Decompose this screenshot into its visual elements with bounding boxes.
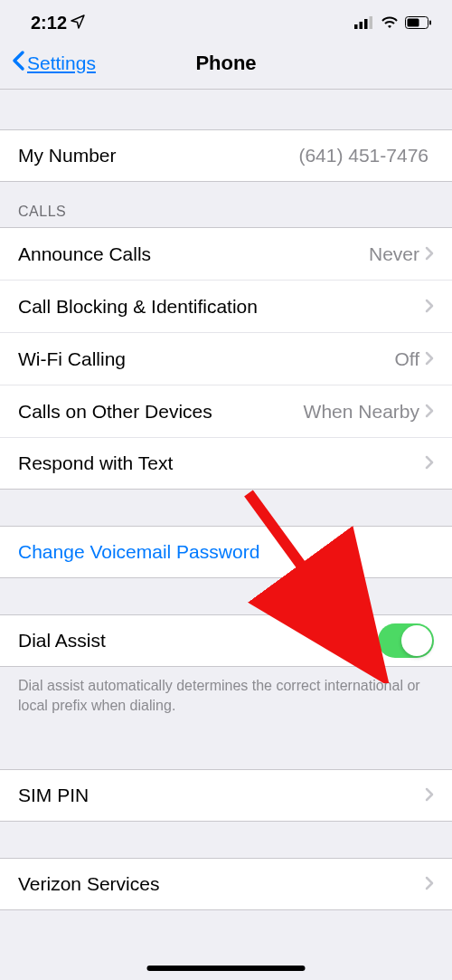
home-indicator — [147, 966, 306, 971]
dial-assist-toggle[interactable] — [378, 623, 434, 658]
page-title: Phone — [195, 52, 256, 75]
calls-other-devices-row[interactable]: Calls on Other Devices When Nearby — [0, 385, 452, 437]
status-time: 2:12 — [31, 13, 67, 33]
change-voicemail-password-label: Change Voicemail Password — [18, 541, 434, 563]
back-button[interactable]: Settings — [11, 50, 96, 76]
row-label: Announce Calls — [18, 243, 369, 265]
dial-assist-row[interactable]: Dial Assist — [0, 614, 452, 667]
chevron-right-icon — [425, 296, 434, 318]
cellular-icon — [354, 13, 374, 33]
respond-with-text-row[interactable]: Respond with Text — [0, 437, 452, 490]
svg-rect-1 — [360, 22, 363, 29]
chevron-right-icon — [425, 243, 434, 265]
back-label: Settings — [27, 52, 96, 74]
row-label: Respond with Text — [18, 452, 425, 474]
chevron-right-icon — [425, 348, 434, 370]
announce-calls-row[interactable]: Announce Calls Never — [0, 227, 452, 280]
chevron-right-icon — [425, 452, 434, 474]
svg-rect-5 — [408, 19, 419, 27]
wifi-icon — [381, 13, 399, 33]
row-label: Call Blocking & Identification — [18, 296, 425, 318]
verizon-services-label: Verizon Services — [18, 873, 425, 895]
row-label: Wi-Fi Calling — [18, 348, 394, 370]
svg-rect-6 — [429, 21, 431, 25]
location-icon — [71, 13, 85, 33]
status-bar: 2:12 — [0, 0, 452, 41]
svg-rect-0 — [354, 24, 358, 29]
chevron-right-icon — [425, 785, 434, 806]
svg-rect-2 — [364, 19, 368, 29]
calls-header: CALLS — [0, 204, 452, 227]
row-label: Calls on Other Devices — [18, 401, 304, 423]
change-voicemail-password-row[interactable]: Change Voicemail Password — [0, 526, 452, 578]
my-number-value: (641) 451-7476 — [298, 145, 428, 167]
chevron-right-icon — [425, 401, 434, 423]
my-number-row[interactable]: My Number (641) 451-7476 — [0, 129, 452, 182]
sim-pin-row[interactable]: SIM PIN — [0, 769, 452, 822]
my-number-label: My Number — [18, 145, 298, 167]
verizon-services-row[interactable]: Verizon Services — [0, 858, 452, 910]
dial-assist-footer: Dial assist automatically determines the… — [0, 667, 452, 724]
dial-assist-label: Dial Assist — [18, 630, 378, 652]
call-blocking-row[interactable]: Call Blocking & Identification — [0, 280, 452, 332]
chevron-right-icon — [425, 873, 434, 895]
battery-icon — [405, 13, 432, 33]
toggle-knob — [401, 625, 432, 656]
sim-pin-label: SIM PIN — [18, 785, 425, 806]
wifi-calling-row[interactable]: Wi-Fi Calling Off — [0, 332, 452, 385]
row-value: Never — [369, 243, 419, 265]
calls-group: Announce Calls Never Call Blocking & Ide… — [0, 227, 452, 490]
nav-bar: Settings Phone — [0, 41, 452, 90]
svg-rect-3 — [370, 16, 373, 29]
row-value: When Nearby — [304, 401, 419, 423]
row-value: Off — [394, 348, 419, 370]
chevron-left-icon — [11, 50, 25, 76]
